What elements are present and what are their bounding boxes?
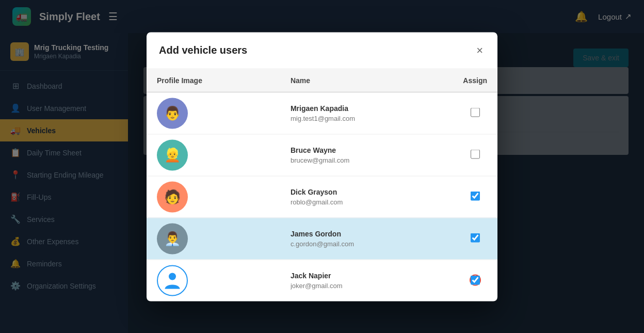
table-row: 👨‍💼 James Gordon c.gordon@gmail.com	[147, 218, 497, 260]
assign-checkbox-cell	[453, 176, 497, 218]
table-row: 👨 Mrigaen Kapadia mig.test1@gmail.com	[147, 92, 497, 134]
user-name: Mrigaen Kapadia	[291, 104, 442, 113]
avatar: 👱	[157, 139, 188, 170]
user-info-cell: James Gordon c.gordon@gmail.com	[280, 218, 453, 260]
col-profile-image: Profile Image	[147, 69, 280, 92]
modal-title: Add vehicle users	[159, 44, 247, 56]
user-email: roblo@gmail.com	[291, 198, 442, 206]
user-email: joker@gmail.com	[291, 282, 442, 290]
avatar-cell: 👱	[147, 134, 280, 176]
assign-checkbox[interactable]	[471, 107, 480, 117]
assign-checkbox-cell	[453, 218, 497, 260]
assign-checkbox-cell	[453, 260, 497, 302]
table-row: 🧑 Dick Grayson roblo@gmail.com	[147, 176, 497, 218]
user-info-cell: Bruce Wayne brucew@gmail.com	[280, 134, 453, 176]
user-email: c.gordon@gmail.com	[291, 240, 442, 248]
assign-checkbox[interactable]	[471, 149, 480, 158]
avatar-cell: 👨	[147, 92, 280, 134]
user-info-cell: Mrigaen Kapadia mig.test1@gmail.com	[280, 92, 453, 134]
assign-checkbox[interactable]	[471, 275, 480, 284]
user-info-cell: Dick Grayson roblo@gmail.com	[280, 176, 453, 218]
table-header: Profile Image Name Assign	[147, 69, 497, 92]
user-name: James Gordon	[291, 230, 442, 238]
avatar-cell: 🧑	[147, 176, 280, 218]
avatar: 👨	[157, 98, 188, 129]
avatar-placeholder	[157, 265, 188, 296]
assign-checkbox[interactable]	[471, 233, 480, 242]
table-row: Jack Napier joker@gmail.com	[147, 260, 497, 302]
modal-body: Profile Image Name Assign 👨 Mrigaen Kapa…	[147, 69, 497, 301]
svg-point-0	[169, 273, 176, 280]
add-vehicle-users-modal: Add vehicle users × Profile Image Name A…	[147, 32, 497, 301]
users-table: Profile Image Name Assign 👨 Mrigaen Kapa…	[147, 69, 497, 301]
user-name: Bruce Wayne	[291, 146, 442, 154]
user-name: Jack Napier	[291, 272, 442, 280]
table-row: 👱 Bruce Wayne brucew@gmail.com	[147, 134, 497, 176]
user-email: mig.test1@gmail.com	[291, 115, 442, 122]
assign-checkbox-cell	[453, 92, 497, 134]
modal-header: Add vehicle users ×	[147, 32, 497, 69]
modal-close-button[interactable]: ×	[474, 42, 485, 58]
assign-checkbox[interactable]	[471, 191, 480, 200]
users-table-body: 👨 Mrigaen Kapadia mig.test1@gmail.com 👱 …	[147, 92, 497, 301]
avatar-cell: 👨‍💼	[147, 218, 280, 260]
avatar: 🧑	[157, 181, 188, 212]
col-name: Name	[280, 69, 453, 92]
avatar: 👨‍💼	[157, 223, 188, 254]
col-assign: Assign	[453, 69, 497, 92]
checkbox-ring	[470, 274, 481, 286]
assign-checkbox-cell	[453, 134, 497, 176]
user-name: Dick Grayson	[291, 188, 442, 196]
avatar-cell	[147, 260, 280, 302]
user-email: brucew@gmail.com	[291, 156, 442, 164]
user-info-cell: Jack Napier joker@gmail.com	[280, 260, 453, 302]
